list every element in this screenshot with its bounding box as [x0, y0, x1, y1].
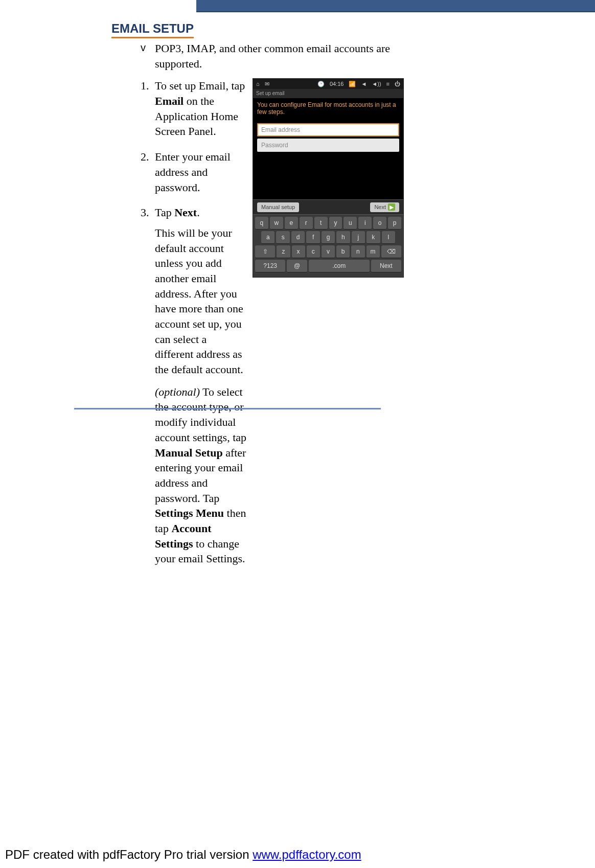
key[interactable]: m	[367, 245, 380, 258]
key[interactable]: x	[292, 245, 305, 258]
key[interactable]: e	[285, 217, 298, 230]
phone-statusbar: ⌂ ✉ 🕑 04:16 📶 ◄ ◄)) ≡ ⏻	[253, 79, 403, 89]
key[interactable]: z	[277, 245, 290, 258]
bold-text: Settings Menu	[155, 507, 224, 519]
text: Tap	[155, 206, 174, 219]
step-text: Tap Next. This will be your default acco…	[155, 205, 246, 566]
phone-instruction: You can configure Email for most account…	[253, 98, 403, 121]
key[interactable]: s	[276, 231, 289, 244]
bold-text: Manual Setup	[155, 446, 223, 459]
key[interactable]: q	[255, 217, 268, 230]
key[interactable]: t	[314, 217, 328, 230]
phone-keyboard: q w e r t y u i o p a s d f g h	[253, 215, 403, 277]
footer-text: PDF created with pdfFactory Pro trial ve…	[5, 848, 253, 861]
optional-paragraph: (optional) To select the account type, o…	[155, 384, 246, 566]
key[interactable]: c	[307, 245, 320, 258]
next-key[interactable]: Next	[371, 260, 401, 272]
power-icon: ⏻	[395, 80, 400, 88]
step-1: 1. To set up Email, tap Email on the App…	[141, 78, 246, 144]
divider	[74, 408, 381, 409]
key[interactable]: a	[261, 231, 274, 244]
bold-text: Email	[155, 95, 184, 107]
symbols-key[interactable]: ?123	[255, 260, 285, 272]
key[interactable]: y	[329, 217, 342, 230]
home-icon: ⌂	[256, 80, 260, 88]
key[interactable]: k	[367, 231, 380, 244]
step-number: 1.	[141, 78, 155, 144]
key[interactable]: p	[388, 217, 401, 230]
email-field[interactable]: Email address	[257, 123, 399, 136]
key[interactable]: u	[344, 217, 357, 230]
text: .	[197, 206, 200, 219]
dotcom-key[interactable]: .com	[309, 260, 370, 272]
step-text: To set up Email, tap Email on the Applic…	[155, 78, 246, 139]
menu-icon: ≡	[386, 80, 390, 88]
key[interactable]: g	[322, 231, 335, 244]
phone-screenshot: ⌂ ✉ 🕑 04:16 📶 ◄ ◄)) ≡ ⏻ Set up email You…	[253, 78, 404, 278]
key[interactable]: l	[382, 231, 395, 244]
key[interactable]: n	[351, 245, 364, 258]
key[interactable]: i	[358, 217, 372, 230]
wifi-icon: 📶	[349, 80, 356, 88]
header-band	[196, 0, 595, 12]
at-key[interactable]: @	[287, 260, 307, 272]
mail-icon: ✉	[265, 80, 269, 88]
key[interactable]: r	[300, 217, 313, 230]
key[interactable]: d	[291, 231, 305, 244]
step-3: 3. Tap Next. This will be your default a…	[141, 205, 246, 566]
status-time: 04:16	[330, 80, 344, 88]
backspace-key[interactable]: ⌫	[381, 245, 401, 258]
password-field[interactable]: Password	[257, 139, 399, 152]
section-heading: EMAIL SETUP	[111, 21, 194, 38]
key[interactable]: j	[352, 231, 365, 244]
phone-subtitle: Set up email	[253, 89, 403, 98]
shift-key[interactable]: ⇧	[255, 245, 275, 258]
step-text: Enter your email address and password.	[155, 149, 246, 195]
bold-text: Next	[174, 206, 197, 219]
step-number: 2.	[141, 149, 155, 200]
step-number: 3.	[141, 205, 155, 566]
key[interactable]: f	[306, 231, 319, 244]
manual-setup-button[interactable]: Manual setup	[257, 202, 299, 212]
bullet-mark: v	[141, 41, 155, 71]
speaker-icon: ◄))	[372, 80, 381, 88]
key[interactable]: h	[336, 231, 350, 244]
bullet-text: POP3, IMAP, and other common email accou…	[155, 41, 404, 71]
phone-button-row: Manual setup Next ▶	[253, 199, 403, 215]
pdf-footer: PDF created with pdfFactory Pro trial ve…	[5, 848, 361, 862]
next-arrow-icon: ▶	[388, 203, 395, 211]
step-3-followup: This will be your default account unless…	[155, 225, 246, 377]
next-button[interactable]: Next ▶	[370, 202, 399, 212]
key[interactable]: w	[270, 217, 283, 230]
back-icon: ◄	[361, 80, 367, 88]
bullet-item: v POP3, IMAP, and other common email acc…	[141, 41, 404, 71]
next-button-label: Next	[374, 203, 386, 211]
clock-icon: 🕑	[317, 80, 325, 88]
step-2: 2. Enter your email address and password…	[141, 149, 246, 200]
key[interactable]: b	[336, 245, 350, 258]
footer-link[interactable]: www.pdffactory.com	[253, 848, 361, 861]
text: To set up Email, tap	[155, 79, 245, 92]
key[interactable]: v	[322, 245, 335, 258]
key[interactable]: o	[373, 217, 386, 230]
italic-text: (optional)	[155, 385, 200, 398]
content-area: v POP3, IMAP, and other common email acc…	[141, 41, 404, 572]
